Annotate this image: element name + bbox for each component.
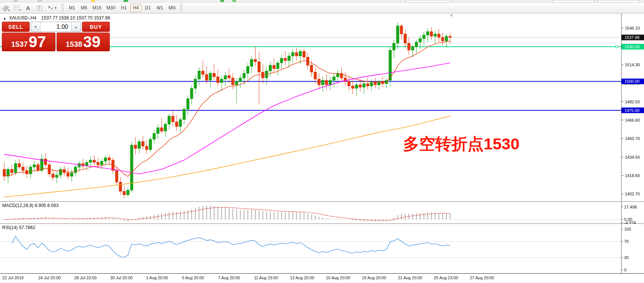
timeframe-button-m1[interactable]: M1 (66, 4, 78, 12)
text-label-icon[interactable]: A (22, 3, 34, 12)
candle-body (374, 83, 377, 85)
text-box-icon[interactable]: T (34, 3, 45, 12)
clipped-field (405, 0, 451, 3)
candle-body (115, 170, 118, 182)
rsi-panel[interactable]: RSI(14) 57.7862 (0, 223, 622, 274)
candle-body (295, 52, 298, 56)
buy-price-pips: 39 (83, 34, 101, 50)
rsi-tick-label: 70 (624, 239, 629, 244)
buy-button[interactable]: BUY (82, 22, 110, 32)
candle-body (359, 85, 362, 87)
candle-body (97, 162, 99, 165)
timeframe-button-h1[interactable]: H1 (118, 4, 130, 12)
candle-body (348, 81, 350, 86)
clipped-button (232, 0, 236, 2)
candle-body (351, 86, 354, 88)
candle-body (280, 58, 283, 63)
price-badge-label: 1500.00 (625, 79, 640, 83)
candle-body (310, 65, 313, 72)
candle-body (138, 142, 140, 149)
rsi-tick-label: 0 (624, 268, 626, 272)
candle-body (250, 60, 253, 67)
fibonacci-icon[interactable]: F (11, 3, 22, 12)
candle-body (33, 165, 36, 167)
clipped-button (37, 0, 42, 2)
timeframe-button-m30[interactable]: M30 (104, 4, 117, 12)
toolbar-drag-handle[interactable] (61, 4, 64, 12)
candle-body (168, 116, 170, 124)
toolbar-drag-handle[interactable] (180, 4, 182, 12)
candle-body (438, 34, 440, 37)
sell-price-button[interactable]: 1537 97 (2, 33, 55, 51)
price-tick-label: 1514.30 (625, 63, 640, 67)
chart-area: ▲ XAUUSD-,H4 1537.77 1538.10 1537.70 153… (0, 13, 644, 283)
main-chart-plot[interactable]: ▲ XAUUSD-,H4 1537.77 1538.10 1537.70 153… (0, 13, 622, 201)
time-axis-label: 28 Jul 23:00 (74, 276, 97, 280)
timeframe-button-d1[interactable]: D1 (142, 4, 154, 12)
candle-body (445, 36, 448, 41)
timeframe-button-mn[interactable]: MN (166, 4, 178, 12)
timeframe-button-h4[interactable]: H4 (130, 4, 142, 12)
macd-label: MACD(12,26,9) 6.905 8.083 (2, 203, 58, 208)
clipped-field (553, 0, 595, 3)
volume-stepper[interactable]: ▼ 1.00 ▲ (31, 22, 81, 32)
candle-body (303, 51, 305, 57)
text-label-glyph: A (26, 5, 30, 11)
candle-body (10, 169, 13, 173)
symbol-label: XAUUSD-,H4 (9, 15, 36, 21)
arrow-tools-icon[interactable]: ▼ (45, 3, 59, 12)
candle-body (14, 164, 17, 173)
timeframe-button-m5[interactable]: M5 (78, 4, 90, 12)
price-tick-label: 1434.50 (625, 155, 640, 159)
candle-body (59, 169, 62, 175)
candle-body (220, 79, 223, 82)
buy-price-button[interactable]: 1538 39 (57, 33, 110, 51)
mt4-window: E F A T ▼ M1M5M15M30H1H4D1W1MN ▲ XAUUSD-… (0, 0, 644, 283)
candle-body (104, 158, 107, 161)
candle-body (142, 142, 144, 146)
time-axis[interactable]: 22 Jul 201924 Jul 20:0028 Jul 23:0030 Ju… (0, 273, 644, 283)
candle-body (100, 161, 103, 165)
volume-increase-button[interactable]: ▲ (71, 22, 81, 31)
macd-tick-label: 17.498 (624, 205, 637, 209)
volume-decrease-button[interactable]: ▼ (31, 22, 40, 31)
time-axis-label: 24 Jul 20:00 (38, 276, 61, 280)
candle-body (408, 43, 410, 50)
candle-body (441, 37, 444, 41)
macd-panel[interactable]: MACD(12,26,9) 6.905 8.083 (0, 201, 622, 224)
dropdown-caret-icon[interactable]: ▼ (54, 6, 57, 10)
sell-button[interactable]: SELL (2, 22, 30, 32)
time-axis-label: 15 Aug 20:00 (326, 276, 350, 280)
candle-body (78, 164, 81, 167)
price-axis[interactable]: 1546.101514.301498.401482.501466.601450.… (622, 13, 644, 201)
candle-body (239, 78, 242, 81)
candle-body (333, 77, 335, 80)
chart-annotation-text: 多空转折点1530 (403, 133, 520, 155)
channels-badge: E (8, 9, 10, 12)
candle-body (224, 76, 227, 79)
price-tick-label: 1450.70 (625, 136, 640, 141)
candle-body (318, 79, 320, 85)
toolbar: E F A T ▼ M1M5M15M30H1H4D1W1MN (0, 3, 644, 13)
timeframe-button-w1[interactable]: W1 (154, 4, 166, 12)
candle-body (108, 158, 111, 160)
clipped-button (124, 0, 128, 2)
candle-body (74, 167, 77, 173)
draw-channels-icon[interactable]: E (0, 3, 11, 12)
time-axis-label: 27 Aug 20:00 (470, 276, 494, 280)
chart-shift-marker-icon[interactable]: ▼ (450, 13, 453, 18)
time-axis-label: 21 Aug 20:00 (398, 276, 422, 280)
candle-body (321, 80, 324, 85)
timeframe-button-m15[interactable]: M15 (90, 4, 103, 12)
collapse-icon[interactable]: ▲ (3, 16, 6, 20)
chart-header: ▲ XAUUSD-,H4 1537.77 1538.10 1537.70 153… (3, 15, 110, 21)
candle-body (232, 78, 234, 85)
candle-body (22, 167, 24, 170)
candle-body (44, 159, 47, 165)
sell-price-pips: 97 (28, 34, 46, 50)
candle-body (145, 146, 148, 150)
volume-value[interactable]: 1.00 (40, 22, 71, 31)
candle-body (299, 51, 302, 56)
price-badge-label: 1475.00 (625, 108, 640, 113)
hline-handle[interactable] (616, 46, 618, 48)
